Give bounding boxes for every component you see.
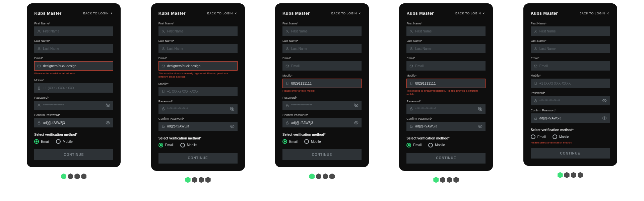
svg-point-10 bbox=[163, 30, 164, 31]
last-name-input[interactable]: Last Name bbox=[531, 44, 610, 53]
svg-point-20 bbox=[287, 30, 288, 31]
eye-off-icon[interactable] bbox=[478, 107, 482, 111]
mobile-input[interactable]: +1 (XXX) XXX-XXXX bbox=[531, 79, 610, 88]
email-input[interactable]: designers/duck.design bbox=[158, 61, 238, 71]
password-input[interactable]: **************** bbox=[406, 104, 486, 114]
svg-rect-8 bbox=[38, 123, 40, 124]
confirm-password-input[interactable]: ad(@-f2AW5j3 bbox=[34, 118, 113, 127]
confirm-password-input[interactable]: ad(@-f2AW5j3 bbox=[406, 122, 486, 131]
mobile-input[interactable]: 80291111111 bbox=[282, 79, 362, 88]
email-input[interactable]: Email bbox=[531, 61, 610, 71]
eye-icon[interactable] bbox=[230, 124, 235, 129]
radio-email[interactable]: Email bbox=[282, 139, 298, 144]
radio-mobile[interactable]: Mobile bbox=[304, 139, 321, 144]
back-to-login-link[interactable]: BACK TO LOGIN bbox=[83, 12, 113, 15]
back-to-login-link[interactable]: BACK TO LOGIN bbox=[455, 12, 486, 15]
mobile-input[interactable]: +1 (XXX) XXX-XXXX bbox=[34, 83, 113, 93]
email-error-text: This email address is already registered… bbox=[158, 72, 238, 79]
last-name-input[interactable]: Last Name bbox=[406, 44, 486, 53]
svg-point-31 bbox=[411, 47, 412, 48]
back-to-login-link[interactable]: BACK TO LOGIN bbox=[579, 12, 609, 15]
password-input[interactable]: **************** bbox=[34, 101, 113, 110]
radio-email[interactable]: Email bbox=[158, 143, 174, 147]
radio-email[interactable]: Email bbox=[531, 134, 546, 139]
email-input[interactable]: Email bbox=[282, 61, 362, 71]
radio-email-label: Email bbox=[537, 135, 546, 139]
radio-email[interactable]: Email bbox=[406, 143, 422, 147]
eye-off-icon[interactable] bbox=[106, 103, 110, 108]
confirm-password-value: ad(@-f2AW5j3 bbox=[43, 121, 104, 125]
radio-mobile-label: Mobile bbox=[435, 143, 445, 147]
mobile-label: Mobile* bbox=[406, 74, 486, 77]
email-input[interactable]: designers/duck.design bbox=[34, 61, 113, 71]
first-name-input[interactable]: First Name bbox=[34, 26, 113, 36]
confirm-password-label: Confirm Password* bbox=[531, 109, 610, 112]
first-name-input[interactable]: First Name bbox=[158, 26, 238, 36]
continue-button[interactable]: CONTINUE bbox=[531, 148, 610, 159]
last-name-input[interactable]: Last Name bbox=[158, 44, 238, 53]
phone-icon bbox=[37, 86, 41, 90]
mobile-input[interactable]: 80291111111 bbox=[406, 79, 486, 88]
continue-label: CONTINUE bbox=[312, 153, 332, 157]
eye-icon[interactable] bbox=[478, 124, 482, 129]
continue-button[interactable]: CONTINUE bbox=[282, 149, 362, 160]
eye-icon[interactable] bbox=[602, 116, 607, 120]
eye-off-icon[interactable] bbox=[230, 107, 235, 111]
email-label: Email* bbox=[282, 57, 362, 60]
continue-label: CONTINUE bbox=[560, 152, 580, 155]
chevron-left-icon bbox=[234, 12, 238, 15]
radio-email[interactable]: Email bbox=[34, 139, 49, 144]
mobile-input[interactable]: +1 (XXX) XXX-XXXX bbox=[158, 87, 238, 96]
svg-rect-35 bbox=[410, 109, 412, 110]
password-input[interactable]: **************** bbox=[531, 96, 610, 105]
last-name-label: Last Name* bbox=[282, 39, 362, 42]
first-name-label: First Name* bbox=[406, 22, 486, 25]
back-to-login-link[interactable]: BACK TO LOGIN bbox=[207, 12, 237, 15]
radio-circle-icon bbox=[180, 143, 185, 147]
confirm-password-input[interactable]: ad(@-f2AW5j3 bbox=[282, 118, 362, 127]
email-input[interactable]: Email bbox=[406, 61, 486, 71]
card-header: Kübs Master BACK TO LOGIN bbox=[282, 11, 362, 16]
last-name-input[interactable]: Last Name bbox=[34, 44, 113, 53]
first-name-label: First Name* bbox=[34, 22, 113, 25]
password-input[interactable]: **************** bbox=[158, 104, 238, 114]
first-name-input[interactable]: First Name bbox=[406, 26, 486, 36]
radio-mobile[interactable]: Mobile bbox=[56, 139, 72, 144]
mobile-value: 80291111111 bbox=[415, 82, 482, 85]
radio-mobile[interactable]: Mobile bbox=[553, 134, 569, 139]
mail-icon bbox=[285, 64, 289, 68]
mail-icon bbox=[162, 64, 165, 68]
password-input[interactable]: **************** bbox=[282, 101, 362, 110]
verify-radio-group: Email Mobile bbox=[406, 143, 486, 147]
mobile-placeholder: +1 (XXX) XXX-XXXX bbox=[167, 90, 235, 93]
confirm-password-input[interactable]: ad(@-f2AW5j3 bbox=[531, 113, 610, 123]
svg-rect-15 bbox=[162, 109, 164, 110]
radio-mobile[interactable]: Mobile bbox=[428, 143, 445, 147]
last-name-input[interactable]: Last Name bbox=[282, 44, 362, 53]
back-to-login-link[interactable]: BACK TO LOGIN bbox=[331, 12, 362, 15]
continue-button[interactable]: CONTINUE bbox=[406, 153, 486, 164]
first-name-input[interactable]: First Name bbox=[531, 26, 610, 36]
continue-button[interactable]: CONTINUE bbox=[34, 149, 113, 160]
hex-indicator-active bbox=[309, 173, 315, 179]
hex-indicator-active bbox=[185, 177, 191, 183]
last-name-placeholder: Last Name bbox=[415, 47, 482, 51]
back-label: BACK TO LOGIN bbox=[83, 12, 109, 15]
radio-mobile[interactable]: Mobile bbox=[180, 143, 197, 147]
continue-button[interactable]: CONTINUE bbox=[158, 153, 238, 164]
svg-rect-45 bbox=[534, 101, 536, 102]
eye-off-icon[interactable] bbox=[602, 98, 607, 103]
eye-off-icon[interactable] bbox=[354, 103, 359, 108]
confirm-password-value: ad(@-f2AW5j3 bbox=[291, 121, 352, 125]
lock-icon bbox=[534, 116, 537, 120]
verify-radio-group: Email Mobile bbox=[531, 134, 610, 139]
first-name-input[interactable]: First Name bbox=[282, 26, 362, 36]
email-label: Email* bbox=[34, 57, 113, 60]
hex-indicator bbox=[68, 173, 73, 179]
confirm-password-input[interactable]: ad(@-f2AW5j3 bbox=[158, 122, 238, 131]
first-name-label: First Name* bbox=[282, 22, 362, 25]
radio-circle-icon bbox=[282, 139, 287, 144]
eye-icon[interactable] bbox=[354, 120, 359, 125]
eye-icon[interactable] bbox=[106, 120, 110, 125]
lock-icon bbox=[409, 124, 413, 128]
